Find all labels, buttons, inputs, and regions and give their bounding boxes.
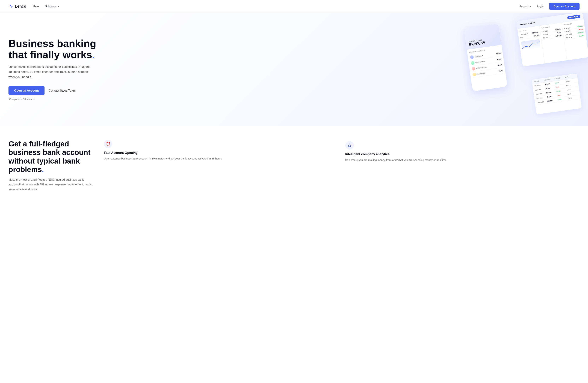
feature-title-1: Fast Account Opening [104, 151, 338, 155]
hero-content: Business banking that finally works. Len… [8, 38, 96, 100]
phone-amount-2: ₦1,800 [497, 58, 502, 60]
features-desc: Make the most of a full-fledged NDIC ins… [8, 177, 93, 192]
features-left: Get a full-fledged business bank account… [8, 140, 93, 192]
send-money-badge: Send Money [567, 15, 580, 19]
phone-amount-1: ₦2,400 [496, 52, 501, 55]
phone-avatar [471, 61, 475, 65]
fast-account-icon: ⏰ [104, 140, 112, 148]
phone-payee-3: Michael Anderson [476, 65, 497, 69]
hero-title: Business banking that finally works. [8, 38, 96, 60]
svg-marker-1 [11, 6, 13, 8]
table-mockup: Payee Amount Status Date Phaz Inc. ₦14,0… [531, 73, 582, 115]
phone-amount-3: ₦5,200 [498, 64, 502, 66]
hero-actions: Open an Account Contact Sales Team [8, 86, 96, 95]
solutions-chevron-icon [57, 5, 59, 7]
nav-right: Support Login Open an Account [519, 3, 580, 10]
nav-links: Fees Solutions [33, 5, 59, 8]
logo[interactable]: Lenco [8, 4, 26, 9]
features-right: ⏰ Fast Account Opening Open a Lenco busi… [104, 140, 580, 162]
phone-payee-2: Phaz Hospitality [475, 59, 496, 63]
nav-support[interactable]: Support [519, 5, 531, 8]
features-title: Get a full-fledged business bank account… [8, 140, 93, 174]
analytics-icon [345, 141, 354, 150]
support-chevron-icon [529, 5, 531, 7]
col-amount: Amount [544, 78, 555, 81]
navbar: Lenco Fees Solutions Support Login Open … [0, 0, 588, 13]
hero-open-account-button[interactable]: Open an Account [8, 86, 44, 95]
dashboard-mockup: Welcome, Andrea! Send Money Balance Last… [516, 13, 588, 67]
svg-marker-2 [348, 144, 351, 147]
nav-login[interactable]: Login [537, 5, 544, 8]
phone-avatar [472, 73, 476, 77]
hero-contact-sales-button[interactable]: Contact Sales Team [49, 89, 76, 93]
balance-chart [521, 39, 541, 50]
nav-left: Lenco Fees Solutions [8, 4, 59, 9]
phone-amount-4: ₦3,100 [499, 70, 503, 72]
logo-icon [8, 4, 13, 9]
logo-text: Lenco [15, 4, 26, 9]
feature-card-1: ⏰ Fast Account Opening Open a Lenco busi… [104, 140, 338, 162]
phone-payee-1: Chi-Well Suit [475, 53, 495, 57]
features-section: Get a full-fledged business bank account… [0, 126, 588, 206]
hero-visual: LENCO BALANCE ₦5,493,900 Recent Transact… [103, 23, 580, 115]
svg-marker-0 [9, 4, 11, 6]
nav-solutions[interactable]: Solutions [45, 5, 59, 8]
features-top: Get a full-fledged business bank account… [8, 140, 580, 192]
phone-body: Recent Transactions Chi-Well Suit ₦2,400… [467, 45, 507, 91]
feature-desc-2: See where you are making money from and … [345, 158, 580, 162]
col-date: Date [565, 75, 575, 78]
col-status: Status [554, 77, 565, 79]
nav-cta-button[interactable]: Open an Account [549, 3, 580, 10]
feature-card-2: Intelligent company analytics See where … [345, 140, 580, 162]
feature-desc-1: Open a Lenco business bank account in 10… [104, 156, 338, 161]
phone-avatar [471, 67, 476, 71]
mockup-container: LENCO BALANCE ₦5,493,900 Recent Transact… [464, 13, 588, 126]
hero-note: Complete in 10 minutes [9, 98, 96, 100]
col-payee: Payee [534, 79, 544, 82]
feature-title-2: Intelligent company analytics [345, 153, 580, 156]
nav-fees[interactable]: Fees [33, 5, 39, 8]
hero-subtitle: Lenco makes current bank accounts for bu… [8, 64, 93, 80]
dash-welcome: Welcome, Andrea! [520, 21, 535, 26]
phone-avatar [470, 55, 474, 59]
hero-section: Business banking that finally works. Len… [0, 13, 588, 126]
phone-payee-4: Falola Eniola [477, 70, 498, 75]
phone-mockup: LENCO BALANCE ₦5,493,900 Recent Transact… [464, 24, 507, 91]
